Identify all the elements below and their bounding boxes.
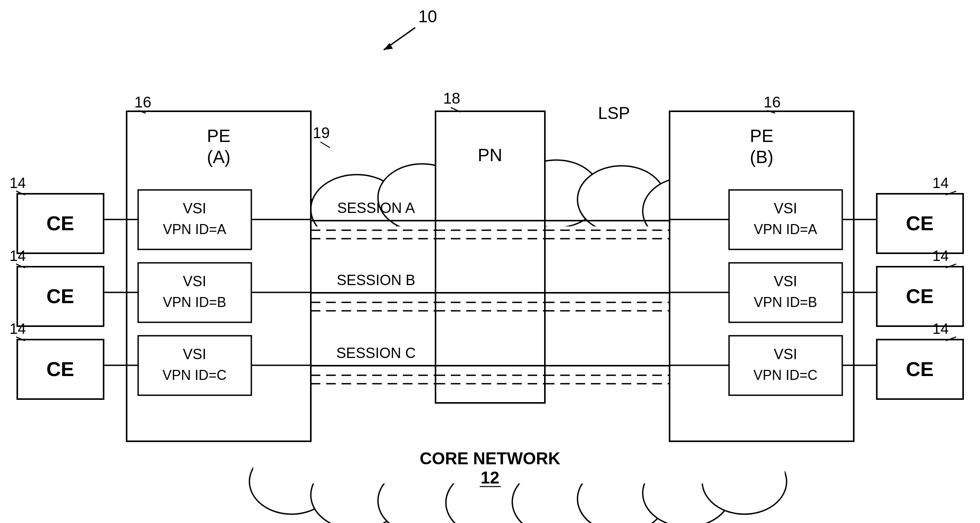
session-c-label: SESSION C [337,345,416,361]
pn-ref-18: 18 [443,90,460,107]
ce-label-top-left: CE [46,212,74,234]
vsi-c-label2-left: VPN ID=C [162,367,226,383]
ce-label-top-right: CE [906,212,934,234]
session-a-label: SESSION A [337,200,415,216]
pe-a-label-line2: (A) [207,147,230,167]
vsi-a-label1-left: VSI [183,200,206,216]
vsi-c-label1-right: VSI [774,346,797,362]
pe-a-ref-16: 16 [134,94,152,111]
core-network-num: 12 [481,468,500,487]
vsi-c-box-right [729,336,842,395]
session-b-label: SESSION B [337,272,416,288]
pe-b-ref-16: 16 [764,94,781,111]
ce-ref14-bot-left: 14 [10,321,26,337]
vsi-c-label2-right: VPN ID=C [753,367,817,383]
diagram-ref-number: 10 [418,7,437,26]
lsp-label: LSP [598,104,630,122]
ce-label-bot-left: CE [46,358,74,380]
vsi-a-label2-right: VPN ID=A [754,221,817,237]
vsi-b-label2-right: VPN ID=B [754,294,817,310]
ref-19: 19 [313,124,330,141]
vsi-a-label1-right: VSI [774,200,797,216]
ce-label-bot-right: CE [906,358,934,380]
vsi-c-box-left [138,336,251,395]
vsi-a-box-left [138,190,251,249]
vsi-b-label2-left: VPN ID=B [163,294,226,310]
ce-label-mid-left: CE [46,285,74,307]
pe-a-label-line1: PE [207,126,230,146]
vsi-b-label1-left: VSI [183,273,206,289]
pe-b-label-line2: (B) [750,147,773,167]
ce-label-mid-right: CE [906,285,934,307]
vsi-a-box-right [729,190,842,249]
pn-label: PN [478,145,502,165]
vsi-b-label1-right: VSI [774,273,797,289]
pe-b-label-line1: PE [750,126,773,146]
vsi-c-label1-left: VSI [183,346,206,362]
ce-ref14-bot-right: 14 [932,321,949,337]
ce-ref14-mid-left: 14 [10,248,26,264]
vsi-b-box-right [729,263,842,322]
vsi-b-box-left [138,263,251,322]
ce-ref14-top-left: 14 [10,175,26,191]
ce-ref14-mid-right: 14 [932,248,949,264]
ce-ref14-top-right: 14 [932,175,949,191]
core-network-label: CORE NETWORK [420,449,561,468]
vsi-a-label2-left: VPN ID=A [163,221,226,237]
